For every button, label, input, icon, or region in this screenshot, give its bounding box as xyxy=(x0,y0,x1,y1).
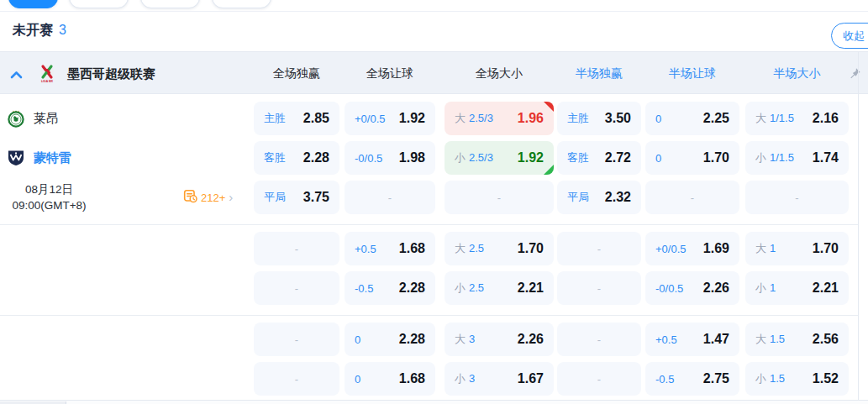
odds-group: -02.28大32.26-+0.51.47大1.52.56-01.68小31.6… xyxy=(0,316,859,404)
odds-cell[interactable]: -0.52.75 xyxy=(645,362,739,396)
odds-value: 2.26 xyxy=(518,332,544,347)
odds-cell[interactable]: 大32.26 xyxy=(445,323,554,356)
odds-cell-empty: - xyxy=(557,362,641,396)
odds-cell[interactable]: 主胜2.85 xyxy=(254,102,339,135)
odds-cell[interactable]: +0.51.47 xyxy=(645,323,739,356)
odds-grid: 莱昂主胜2.85+0/0.51.92大2.5/31.96主胜3.5002.25大… xyxy=(0,95,859,404)
odds-line: 主胜 xyxy=(567,112,589,124)
odds-group: -+0.51.68大2.51.70-+0/0.51.69大11.70--0.52… xyxy=(0,225,859,316)
odds-cell[interactable]: 平局2.32 xyxy=(557,181,641,214)
odds-cell-empty: - xyxy=(645,181,739,214)
odds-cell[interactable]: 01.70 xyxy=(645,141,739,175)
column-header-ht-1x2: 半场独赢 xyxy=(557,52,641,95)
odds-cell[interactable]: 主胜3.50 xyxy=(557,102,641,135)
odds-value: 2.75 xyxy=(703,371,729,386)
match-schedule: 08月12日09:00(GMT+8) xyxy=(2,181,97,213)
pin-icon[interactable] xyxy=(849,67,861,80)
odds-label: +0.5 xyxy=(355,243,376,255)
empty-dash: - xyxy=(388,192,392,204)
odds-cell[interactable]: 客胜2.72 xyxy=(557,141,641,175)
odds-value: 2.26 xyxy=(703,281,729,296)
odds-cell[interactable]: 01.68 xyxy=(345,362,435,396)
odds-cell-empty: - xyxy=(254,323,339,356)
vertical-divider xyxy=(858,51,859,400)
collapse-button[interactable]: 收起 xyxy=(831,23,868,49)
team: 蒙特雷 xyxy=(7,141,71,175)
over-under-side: 小 xyxy=(455,151,466,164)
match-date: 08月12日 xyxy=(2,181,97,197)
odds-line: 客胜 xyxy=(567,151,589,164)
filter-pill[interactable] xyxy=(140,0,200,8)
filter-pill[interactable] xyxy=(212,0,271,8)
odds-row: 蒙特雷客胜2.28-0/0.51.98小2.5/31.92客胜2.7201.70… xyxy=(0,141,859,175)
odds-value: 2.21 xyxy=(813,281,839,296)
over-under-side: 大 xyxy=(755,242,766,254)
odds-line: +0.5 xyxy=(355,243,376,255)
odds-cell[interactable]: -0.52.28 xyxy=(345,271,435,305)
odds-cell[interactable]: 小31.67 xyxy=(445,362,554,396)
over-under-side: 大 xyxy=(455,112,466,124)
odds-cell[interactable]: 02.28 xyxy=(345,323,435,356)
odds-cell[interactable]: +0.51.68 xyxy=(345,232,435,265)
odds-line: -0.5 xyxy=(355,282,373,295)
empty-dash: - xyxy=(497,192,501,204)
chevron-up-icon[interactable] xyxy=(10,68,23,78)
odds-cell[interactable]: 大2.51.70 xyxy=(445,232,554,265)
odds-cell[interactable]: 小2.5/31.92 xyxy=(445,141,554,175)
odds-value: 1.69 xyxy=(703,241,729,256)
odds-label: 大1 xyxy=(755,241,776,256)
odds-cell[interactable]: -0/0.52.26 xyxy=(645,271,739,305)
odds-cell[interactable]: 02.25 xyxy=(645,102,739,135)
odds-cell-empty: - xyxy=(745,181,849,214)
odds-cell[interactable]: 大11.70 xyxy=(745,232,849,265)
over-under-side: 小 xyxy=(755,151,766,164)
status-label: 未开赛 xyxy=(13,23,53,37)
collapse-label: 收起 xyxy=(843,29,865,44)
odds-line: 平局 xyxy=(567,191,589,203)
odds-sheet-icon xyxy=(183,189,197,207)
over-under-side: 小 xyxy=(455,281,466,294)
odds-line: 0 xyxy=(655,152,661,165)
odds-cell[interactable]: 大1/1.52.16 xyxy=(745,102,849,135)
odds-line: 3 xyxy=(469,333,475,345)
odds-cell[interactable]: 平局3.75 xyxy=(254,181,339,214)
odds-row: -01.68小31.67--0.52.75小1.51.52 xyxy=(0,362,859,396)
odds-cell[interactable]: 小2.52.21 xyxy=(445,271,554,305)
odds-line: -0.5 xyxy=(655,373,674,386)
odds-value: 3.75 xyxy=(303,190,329,205)
odds-cell[interactable]: 客胜2.28 xyxy=(254,141,339,175)
odds-value: 1.98 xyxy=(399,150,425,165)
odds-row: -+0.51.68大2.51.70-+0/0.51.69大11.70 xyxy=(0,232,859,265)
odds-label: 0 xyxy=(355,373,360,386)
odds-label: 主胜 xyxy=(567,111,589,126)
odds-cell[interactable]: 小12.21 xyxy=(745,271,849,305)
odds-label: 小2.5 xyxy=(455,281,484,296)
odds-group: 莱昂主胜2.85+0/0.51.92大2.5/31.96主胜3.5002.25大… xyxy=(0,95,859,225)
odds-label: 平局 xyxy=(264,190,286,205)
odds-value: 1.70 xyxy=(703,150,729,165)
odds-cell[interactable]: -0/0.51.98 xyxy=(345,141,435,175)
odds-cell[interactable]: 大1.52.56 xyxy=(745,323,849,356)
odds-cell[interactable]: +0/0.51.92 xyxy=(345,102,435,135)
odds-value: 1.70 xyxy=(518,241,544,256)
empty-dash: - xyxy=(597,243,601,255)
more-markets-link[interactable]: 212+› xyxy=(183,189,233,206)
odds-value: 1.47 xyxy=(703,332,729,347)
odds-cell-empty: - xyxy=(557,323,641,356)
odds-line: 1.5 xyxy=(770,372,785,385)
odds-cell-empty: - xyxy=(254,271,339,305)
odds-cell[interactable]: +0/0.51.69 xyxy=(645,232,739,265)
odds-label: -0.5 xyxy=(355,282,373,295)
column-header-ht-overunder: 半场大小 xyxy=(745,52,849,95)
odds-cell[interactable]: 小1/1.51.74 xyxy=(745,141,849,175)
filter-pill-active[interactable] xyxy=(8,0,58,8)
odds-value: 2.32 xyxy=(605,190,631,205)
filter-pill[interactable] xyxy=(69,0,129,8)
odds-line: 2.5/3 xyxy=(469,112,493,124)
horizontal-scrollbar[interactable] xyxy=(0,400,868,404)
odds-line: 平局 xyxy=(264,191,286,203)
column-header-ht-handicap: 半场让球 xyxy=(645,52,739,95)
odds-cell[interactable]: 小1.51.52 xyxy=(745,362,849,396)
svg-text:LIGA MX: LIGA MX xyxy=(41,80,54,83)
odds-cell[interactable]: 大2.5/31.96 xyxy=(445,102,554,135)
